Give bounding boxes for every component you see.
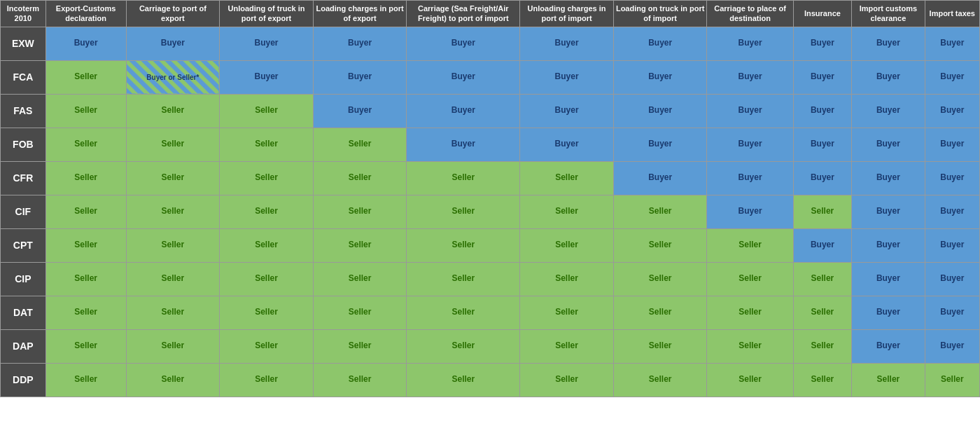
cell-fob-9: Buyer [852, 128, 925, 161]
cell-exw-10: Buyer [925, 27, 979, 60]
cell-fob-8: Buyer [793, 128, 852, 161]
cell-cfr-8: Buyer [793, 161, 852, 195]
cell-fob-1: Seller [126, 128, 220, 161]
cell-ddp-10: Seller [925, 363, 979, 397]
cell-cfr-10: Buyer [925, 161, 979, 195]
cell-fob-5: Buyer [520, 128, 614, 161]
cell-fca-0: Seller [46, 60, 126, 94]
cell-ddp-2: Seller [220, 363, 314, 397]
cell-cif-8: Seller [793, 195, 852, 228]
incoterm-label: CIP [1, 262, 46, 296]
col-header-0: Incoterm 2010 [1, 1, 46, 27]
cell-fca-5: Buyer [520, 60, 614, 94]
incoterm-label: CPT [1, 228, 46, 262]
cell-fca-4: Buyer [407, 60, 520, 94]
cell-dap-1: Seller [126, 329, 220, 363]
cell-ddp-1: Seller [126, 363, 220, 397]
cell-cip-5: Seller [520, 262, 614, 296]
cell-fob-7: Buyer [707, 128, 793, 161]
cell-exw-4: Buyer [407, 27, 520, 60]
cell-dat-6: Seller [613, 296, 707, 329]
cell-cif-9: Buyer [852, 195, 925, 228]
cell-ddp-5: Seller [520, 363, 614, 397]
col-header-8: Carriage to place of destination [707, 1, 793, 27]
cell-cfr-6: Buyer [613, 161, 707, 195]
col-header-10: Import customs clearance [852, 1, 925, 27]
cell-cpt-4: Seller [407, 228, 520, 262]
cell-dap-8: Seller [793, 329, 852, 363]
cell-fas-10: Buyer [925, 94, 979, 128]
cell-exw-0: Buyer [46, 27, 126, 60]
cell-cip-8: Seller [793, 262, 852, 296]
cell-dat-1: Seller [126, 296, 220, 329]
cell-exw-8: Buyer [793, 27, 852, 60]
cell-dap-6: Seller [613, 329, 707, 363]
incoterm-label: DAT [1, 296, 46, 329]
cell-dat-3: Seller [313, 296, 407, 329]
cell-dap-9: Buyer [852, 329, 925, 363]
cell-ddp-7: Seller [707, 363, 793, 397]
cell-cip-7: Seller [707, 262, 793, 296]
cell-ddp-4: Seller [407, 363, 520, 397]
cell-dat-9: Buyer [852, 296, 925, 329]
col-header-3: Unloading of truck in port of export [220, 1, 314, 27]
cell-exw-3: Buyer [313, 27, 407, 60]
cell-fob-4: Buyer [407, 128, 520, 161]
cell-exw-7: Buyer [707, 27, 793, 60]
cell-cif-0: Seller [46, 195, 126, 228]
cell-cpt-10: Buyer [925, 228, 979, 262]
cell-cip-9: Buyer [852, 262, 925, 296]
cell-fas-4: Buyer [407, 94, 520, 128]
cell-fas-6: Buyer [613, 94, 707, 128]
cell-dat-10: Buyer [925, 296, 979, 329]
cell-fas-2: Seller [220, 94, 314, 128]
cell-cif-10: Buyer [925, 195, 979, 228]
cell-cpt-8: Buyer [793, 228, 852, 262]
cell-cfr-9: Buyer [852, 161, 925, 195]
cell-ddp-6: Seller [613, 363, 707, 397]
cell-cfr-0: Seller [46, 161, 126, 195]
cell-cpt-6: Seller [613, 228, 707, 262]
incoterm-label: FCA [1, 60, 46, 94]
cell-cfr-1: Seller [126, 161, 220, 195]
cell-fca-6: Buyer [613, 60, 707, 94]
cell-exw-6: Buyer [613, 27, 707, 60]
cell-dap-5: Seller [520, 329, 614, 363]
incoterm-label: FAS [1, 94, 46, 128]
cell-fob-10: Buyer [925, 128, 979, 161]
cell-cip-3: Seller [313, 262, 407, 296]
cell-cif-7: Buyer [707, 195, 793, 228]
cell-dat-2: Seller [220, 296, 314, 329]
incoterm-label: CFR [1, 161, 46, 195]
cell-dap-3: Seller [313, 329, 407, 363]
cell-cif-3: Seller [313, 195, 407, 228]
cell-dat-4: Seller [407, 296, 520, 329]
cell-dat-7: Seller [707, 296, 793, 329]
cell-fob-2: Seller [220, 128, 314, 161]
cell-exw-2: Buyer [220, 27, 314, 60]
cell-ddp-3: Seller [313, 363, 407, 397]
col-header-6: Unloading charges in port of import [520, 1, 614, 27]
cell-fca-3: Buyer [313, 60, 407, 94]
cell-fas-3: Buyer [313, 94, 407, 128]
cell-cpt-0: Seller [46, 228, 126, 262]
cell-fas-8: Buyer [793, 94, 852, 128]
cell-fca-10: Buyer [925, 60, 979, 94]
cell-dap-4: Seller [407, 329, 520, 363]
incoterm-label: DAP [1, 329, 46, 363]
cell-cpt-1: Seller [126, 228, 220, 262]
cell-fob-3: Seller [313, 128, 407, 161]
incoterm-label: FOB [1, 128, 46, 161]
cell-cfr-3: Seller [313, 161, 407, 195]
incoterms-table: Incoterm 2010Export-Customs declarationC… [0, 0, 980, 397]
cell-exw-1: Buyer [126, 27, 220, 60]
cell-fca-2: Buyer [220, 60, 314, 94]
cell-dat-8: Seller [793, 296, 852, 329]
cell-fob-6: Buyer [613, 128, 707, 161]
cell-fca-9: Buyer [852, 60, 925, 94]
cell-cpt-9: Buyer [852, 228, 925, 262]
cell-dat-5: Seller [520, 296, 614, 329]
cell-fca-1: Buyer or Seller* [126, 60, 220, 94]
col-header-7: Loading on truck in port of import [613, 1, 707, 27]
cell-cfr-4: Seller [407, 161, 520, 195]
